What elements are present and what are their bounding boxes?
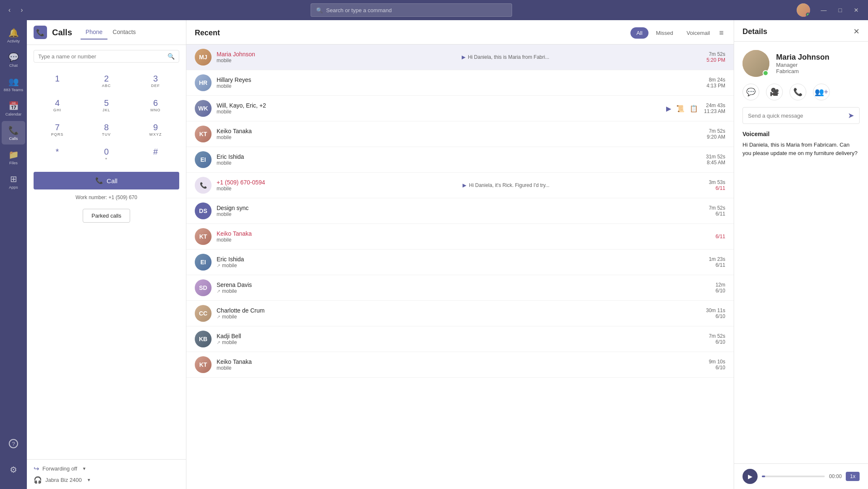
dial-key-1[interactable]: 1 [34,69,81,92]
transcript-button[interactable]: 📜 [675,104,685,113]
sidebar-item-chat[interactable]: 💬 Chat [2,48,25,71]
user-avatar[interactable] [797,3,810,17]
sidebar-item-help[interactable]: ? [2,432,25,455]
call-meta: 7m 52s 5:20 PM [706,51,725,63]
call-list-item[interactable]: KB Kadji Bell ↗mobile 7m 52s 6/10 [186,326,734,352]
parked-calls-button[interactable]: Parked calls [83,209,130,223]
name-search-input[interactable] [38,53,164,60]
minimize-button[interactable]: — [817,5,831,15]
dial-key-#[interactable]: # [132,142,179,165]
avatar: KB [195,331,212,347]
sidebar-item-files[interactable]: 📁 Files [2,145,25,169]
call-list-item[interactable]: WK Will, Kayo, Eric, +2 mobile ▶ 📜 📋 24m… [186,96,734,121]
call-sub: ↗mobile [217,314,701,320]
call-list-item[interactable]: HR Hillary Reyes mobile 8m 24s 4:13 PM [186,70,734,96]
dial-letters: GHI [53,108,61,112]
dialpad: 12ABC3DEF4GHI5JKL6MNO7PQRS8TUV9WXYZ*0+# [34,69,179,165]
call-list-item[interactable]: KT Keiko Tanaka mobile 7m 52s 9:20 AM [186,121,734,147]
quick-message-area[interactable]: ➤ [743,107,860,124]
dial-key-8[interactable]: 8TUV [83,118,130,141]
nav-back-button[interactable]: ‹ [5,5,14,16]
middle-panel: Recent All Missed Voicemail ≡ MJ Maria J… [186,20,734,489]
quick-message-input[interactable] [748,113,848,119]
call-time: 6/10 [716,288,725,294]
search-bar[interactable]: 🔍 [311,3,512,17]
dial-key-3[interactable]: 3DEF [132,69,179,92]
dial-key-4[interactable]: 4GHI [34,94,81,116]
call-sub: mobile [217,237,711,243]
call-info: Keiko Tanaka mobile [217,358,704,371]
voicemail-play-icon: ▶ [463,182,466,188]
filter-all-button[interactable]: All [630,27,648,39]
call-list-item[interactable]: SD Serena Davis ↗mobile 12m 6/10 [186,275,734,301]
dial-key-6[interactable]: 6MNO [132,94,179,116]
call-list-item[interactable]: 📞 +1 (509) 670-0594 mobile ▶ Hi Daniela,… [186,173,734,198]
call-sub: mobile [217,211,704,217]
forwarding-toggle[interactable]: ↪ Forwarding off ▼ [34,465,179,473]
call-list-item[interactable]: CC Charlotte de Crum ↗mobile 30m 11s 6/1… [186,301,734,326]
audio-play-button[interactable]: ▶ [743,469,758,484]
dial-num: 9 [153,122,158,132]
dial-num: 6 [153,98,158,108]
call-list-item[interactable]: MJ Maria Johnson mobile ▶ Hi Daniela, th… [186,45,734,70]
call-preview: ▶ Hi Daniela, it's Rick. Figured I'd try… [463,182,703,188]
call-list-item[interactable]: KT Keiko Tanaka mobile 9m 10s 6/10 [186,352,734,378]
filter-menu-button[interactable]: ≡ [717,27,725,39]
call-button[interactable]: 📞 Call [34,172,179,189]
call-type: mobile [217,365,231,371]
maximize-button[interactable]: □ [834,5,846,15]
video-action-button[interactable]: 🎥 [766,84,783,100]
call-list-item[interactable]: DS Design sync mobile 7m 52s 6/11 [186,198,734,224]
call-list-item[interactable]: EI Eric Ishida mobile 31m 52s 8:45 AM [186,147,734,173]
sidebar-item-calendar[interactable]: 📅 Calendar [2,97,25,120]
titlebar-navigation: ‹ › [5,5,26,16]
progress-bar-container[interactable] [762,476,825,477]
dial-key-9[interactable]: 9WXYZ [132,118,179,141]
call-list-item[interactable]: EI Eric Ishida ↗mobile 1m 23s 6/11 [186,250,734,275]
sidebar-item-apps[interactable]: ⊞ Apps [2,170,25,193]
close-button[interactable]: ✕ [850,5,863,15]
dial-num: 3 [153,74,158,84]
name-search-box[interactable]: 🔍 [34,50,179,63]
sidebar-item-teams[interactable]: 👥 883 Teams [2,72,25,96]
avatar-container: WK [195,100,212,117]
dial-key-*[interactable]: * [34,142,81,165]
filter-tabs: All Missed Voicemail ≡ [630,27,725,39]
dial-letters: DEF [151,84,160,88]
nav-forward-button[interactable]: › [17,5,26,16]
details-title: Details [743,27,767,36]
call-sub: mobile [217,160,701,166]
dial-key-5[interactable]: 5JKL [83,94,130,116]
call-meta: 30m 11s 6/10 [706,308,725,319]
sidebar-item-calls[interactable]: 📞 Calls [2,121,25,145]
avatar: CC [195,305,212,322]
dial-key-2[interactable]: 2ABC [83,69,130,92]
more-action-button[interactable]: 👥+ [813,84,830,100]
dial-key-7[interactable]: 7PQRS [34,118,81,141]
call-meta: 9m 10s 6/10 [709,359,725,371]
filter-voicemail-button[interactable]: Voicemail [681,27,716,39]
call-type: mobile [217,58,231,63]
tab-phone[interactable]: Phone [81,25,107,39]
message-action-button[interactable]: 💬 [743,84,759,100]
details-close-button[interactable]: ✕ [853,27,860,36]
device-selector[interactable]: 🎧 Jabra Biz 2400 ▼ [34,476,179,484]
sidebar-item-activity[interactable]: 🔔 Activity [2,24,25,47]
dial-key-0[interactable]: 0+ [83,142,130,165]
play-recording-button[interactable]: ▶ [665,104,672,113]
send-message-button[interactable]: ➤ [848,111,854,120]
call-list-item[interactable]: KT Keiko Tanaka mobile 6/11 [186,224,734,250]
forwarding-chevron: ▼ [82,466,86,471]
search-input[interactable] [326,7,507,13]
call-name: Eric Ishida [217,153,701,160]
tab-contacts[interactable]: Contacts [107,25,141,39]
sidebar-item-settings[interactable]: ⚙ [2,458,25,481]
call-info: Charlotte de Crum ↗mobile [217,307,701,320]
dial-letters: + [105,157,107,161]
details-header: Details ✕ [734,20,868,42]
notes-button[interactable]: 📋 [689,104,699,113]
search-icon: 🔍 [316,7,323,13]
playback-speed-button[interactable]: 1x [846,472,860,481]
call-action-button[interactable]: 📞 [790,84,806,100]
filter-missed-button[interactable]: Missed [650,27,679,39]
